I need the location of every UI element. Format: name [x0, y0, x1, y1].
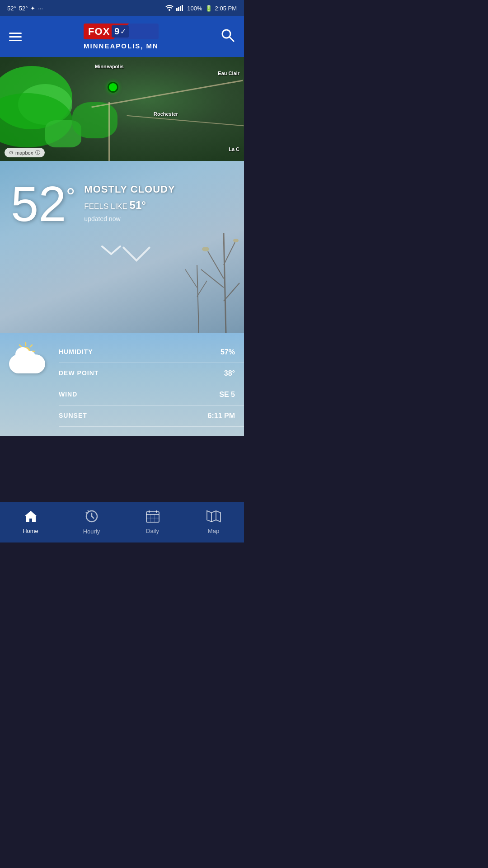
weather-icon-container: [0, 342, 59, 373]
header: FOX 9 ✓ MINNEAPOLIS, MN: [0, 16, 244, 57]
humidity-label: HUMIDITY: [59, 348, 93, 356]
map-section[interactable]: Minneapolis Eau Clair Rochester La C ⊙ m…: [0, 57, 244, 161]
feels-like-label: FEELS LIKE: [84, 202, 127, 211]
svg-line-13: [185, 269, 197, 288]
time-display: 2:05 PM: [215, 5, 237, 12]
nav-hourly[interactable]: Hourly: [61, 502, 122, 542]
hourly-icon: [85, 509, 99, 526]
mapbox-attribution: ⊙ mapbox ⓘ: [5, 148, 45, 157]
weather-blob-5: [72, 102, 117, 138]
weather-details-list: HUMIDITY 57% DEW POINT 38° WIND SE 5 SUN…: [59, 342, 244, 427]
home-icon: [24, 510, 38, 526]
temp-status-1: 52°: [7, 5, 16, 12]
map-label-eauclair: Eau Clair: [218, 71, 239, 76]
map-label-lac: La C: [229, 146, 239, 152]
feels-like-temp: 51°: [130, 199, 146, 211]
fox-text: FOX: [88, 26, 110, 38]
svg-line-24: [30, 345, 32, 347]
map-icon: [206, 510, 221, 526]
battery-status: 100%: [187, 5, 202, 12]
status-bar: 52° 52° ✦ ··· 100% 🔋 2:05 PM: [0, 0, 244, 16]
feels-like: FEELS LIKE 51°: [84, 199, 175, 212]
nine-box: 9 ✓: [112, 25, 129, 38]
fox9-logo: FOX 9 ✓: [84, 24, 159, 39]
svg-rect-1: [176, 8, 178, 11]
wind-label: WIND: [59, 391, 77, 399]
compass-icon: ⊙: [9, 150, 13, 156]
menu-button[interactable]: [9, 33, 22, 41]
weather-section: 52° MOSTLY CLOUDY FEELS LIKE 51° updated…: [0, 161, 244, 333]
svg-line-11: [224, 283, 239, 301]
detail-row-wind: WIND SE 5: [59, 384, 244, 406]
chevron-icon: [98, 244, 125, 258]
temperature-display: 52°: [11, 179, 75, 229]
map-label-rochester: Rochester: [154, 111, 178, 117]
detail-row-humidity: HUMIDITY 57%: [59, 342, 244, 363]
nav-map[interactable]: Map: [183, 502, 244, 542]
daily-icon: [146, 510, 160, 526]
details-section: HUMIDITY 57% DEW POINT 38° WIND SE 5 SUN…: [0, 333, 244, 436]
svg-point-5: [222, 30, 230, 38]
update-time: updated now: [84, 215, 175, 222]
location-dot: [108, 82, 118, 93]
detail-row-sunset: SUNSET 6:11 PM: [59, 406, 244, 427]
wind-value: SE 5: [219, 391, 235, 399]
dots-icon: ···: [38, 5, 43, 12]
dewpoint-label: DEW POINT: [59, 369, 99, 377]
sunset-value: 6:11 PM: [208, 412, 235, 420]
bottom-navigation: Home Hourly: [0, 502, 244, 542]
map-label-minneapolis: Minneapolis: [95, 64, 124, 69]
city-label: MINNEAPOLIS, MN: [84, 42, 159, 50]
daily-label: Daily: [146, 528, 159, 534]
svg-rect-3: [180, 6, 181, 11]
temperature-value: 52°: [11, 176, 75, 231]
svg-marker-41: [207, 511, 221, 522]
svg-line-6: [230, 37, 234, 42]
humidity-value: 57%: [221, 348, 235, 356]
signal-icon: [176, 5, 184, 12]
svg-rect-28: [146, 512, 159, 522]
road-3: [127, 115, 244, 127]
hourly-label: Hourly: [83, 528, 100, 535]
status-right: 100% 🔋 2:05 PM: [165, 5, 237, 12]
weather-main: 52° MOSTLY CLOUDY FEELS LIKE 51° updated…: [0, 161, 244, 240]
svg-point-0: [169, 9, 170, 11]
info-icon: ⓘ: [35, 149, 40, 156]
mapbox-text: mapbox: [15, 150, 33, 156]
cloud-shape: [9, 354, 45, 373]
nav-home[interactable]: Home: [0, 502, 61, 542]
logo-container: FOX 9 ✓ MINNEAPOLIS, MN: [84, 24, 159, 50]
nav-daily[interactable]: Daily: [122, 502, 183, 542]
status-left: 52° 52° ✦ ···: [7, 5, 43, 12]
temp-status-2: 52°: [19, 5, 28, 12]
home-label: Home: [23, 528, 38, 534]
dewpoint-value: 38°: [224, 369, 235, 377]
battery-icon: 🔋: [205, 5, 212, 12]
svg-marker-26: [24, 511, 37, 522]
svg-line-22: [19, 345, 21, 347]
partly-cloudy-icon: [9, 342, 50, 373]
svg-rect-2: [178, 7, 179, 11]
map-label: Map: [208, 528, 219, 534]
road-2: [108, 102, 110, 161]
search-button[interactable]: [221, 28, 235, 46]
weather-info: MOSTLY CLOUDY FEELS LIKE 51° updated now: [84, 179, 175, 222]
expand-chevron[interactable]: [0, 244, 244, 259]
sunset-label: SUNSET: [59, 412, 87, 420]
svg-line-12: [197, 265, 199, 333]
weather-condition: MOSTLY CLOUDY: [84, 184, 175, 195]
nine-number: 9: [114, 26, 119, 37]
svg-line-14: [197, 281, 207, 297]
weather-widget-icon: ✦: [30, 5, 35, 12]
svg-rect-4: [182, 5, 183, 11]
map-background: Minneapolis Eau Clair Rochester La C ⊙ m…: [0, 57, 244, 161]
detail-row-dewpoint: DEW POINT 38°: [59, 363, 244, 384]
checkmark-icon: ✓: [120, 27, 126, 36]
wifi-icon: [165, 5, 174, 12]
